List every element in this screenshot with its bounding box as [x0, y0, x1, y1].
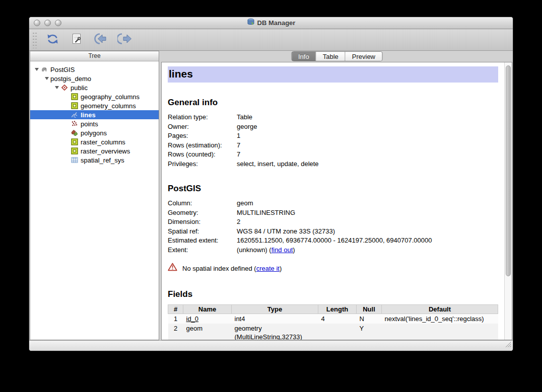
- fields-table: #NameTypeLengthNullDefault 1id_0int44Nne…: [168, 304, 498, 340]
- tab-info[interactable]: Info: [292, 52, 316, 61]
- info-value: 1620551.12500, 6936774.00000 - 1624197.2…: [237, 236, 498, 246]
- page-title: lines: [168, 66, 498, 83]
- tree-item-PostGIS[interactable]: PostGIS: [30, 65, 159, 74]
- refresh-button[interactable]: [42, 31, 62, 48]
- tree-item-spatial_ref_sys[interactable]: spatial_ref_sys: [30, 155, 159, 165]
- tree-item-points[interactable]: points: [30, 119, 159, 128]
- window-title-text: DB Manager: [257, 19, 296, 27]
- tree-item-geometry_columns[interactable]: geometry_columns: [30, 101, 159, 110]
- table-grid-icon: [71, 156, 79, 164]
- tree-item-label: raster_overviews: [81, 147, 130, 155]
- import-layer-icon: [93, 33, 109, 46]
- field-cell: nextval('lines_id_0_seq'::regclass): [382, 314, 498, 324]
- info-label: Spatial ref:: [168, 227, 237, 237]
- fields-table-header-row: #NameTypeLengthNullDefault: [168, 305, 498, 314]
- info-content: lines General info Relation type:TableOw…: [161, 62, 512, 340]
- tree-item-lines[interactable]: lines: [30, 110, 159, 119]
- tree-item-polygons[interactable]: polygons: [30, 128, 159, 137]
- disclosure-triangle: [63, 92, 71, 101]
- info-label: Dimension:: [168, 217, 237, 227]
- field-cell: [318, 324, 357, 340]
- close-button[interactable]: [34, 20, 40, 26]
- details-panel: InfoTablePreview lines General info Rela…: [161, 51, 512, 340]
- spatial-index-warning: No spatial index defined (create it): [168, 263, 498, 274]
- db-manager-window: DB Manager Tree PostGISpostgis_demopubli…: [29, 17, 513, 351]
- field-row-id_0: 1id_0int44Nnextval('lines_id_0_seq'::reg…: [168, 314, 498, 324]
- tree-item-label: geometry_columns: [81, 102, 136, 110]
- postgis-rows: Column:geomGeometry:MULTILINESTRINGDimen…: [168, 199, 498, 255]
- tab-control: InfoTablePreview: [291, 51, 382, 61]
- resize-grip-icon[interactable]: [505, 341, 512, 350]
- info-label: Pages:: [168, 131, 237, 141]
- disclosure-triangle[interactable]: [53, 83, 60, 92]
- fields-heading: Fields: [168, 289, 498, 299]
- info-label: Relation type:: [168, 113, 237, 122]
- find-out-link[interactable]: find out: [272, 246, 293, 254]
- tree-item-public[interactable]: public: [30, 83, 159, 92]
- title-bar[interactable]: DB Manager: [29, 17, 513, 29]
- scrollbar-thumb[interactable]: [506, 65, 511, 276]
- tree-panel: Tree PostGISpostgis_demopublicgeography_…: [30, 51, 159, 340]
- warning-text: No spatial index defined (create it): [182, 264, 282, 274]
- field-row-geom: 2geomgeometry (MultiLineString,32733)Y: [168, 324, 498, 340]
- tab-table[interactable]: Table: [316, 52, 346, 61]
- info-label: Estimated extent:: [168, 236, 237, 246]
- info-value: select, insert, update, delete: [237, 160, 498, 169]
- disclosure-triangle[interactable]: [43, 74, 50, 83]
- disclosure-triangle: [63, 101, 71, 110]
- tab-preview[interactable]: Preview: [346, 52, 382, 61]
- disclosure-triangle[interactable]: [33, 65, 40, 74]
- schema-diamond-icon: [60, 84, 69, 91]
- column-header-length: Length: [318, 305, 357, 314]
- column-header-null: Null: [357, 305, 382, 314]
- tree-item-label: polygons: [81, 129, 107, 137]
- disclosure-triangle: [63, 119, 71, 128]
- export-layer-button[interactable]: [115, 31, 135, 48]
- import-layer-button[interactable]: [91, 31, 111, 48]
- info-label: Column:: [168, 199, 237, 208]
- info-value: 7: [237, 150, 498, 160]
- field-cell: N: [357, 314, 382, 324]
- traffic-lights: [34, 20, 61, 26]
- toolbar-drag-handle[interactable]: [32, 31, 37, 48]
- sql-window-button[interactable]: [66, 31, 87, 48]
- main-area: Tree PostGISpostgis_demopublicgeography_…: [29, 51, 513, 340]
- tree-item-label: raster_columns: [81, 138, 125, 146]
- vertical-scrollbar[interactable]: [504, 62, 512, 340]
- info-label: Rows (estimation):: [168, 141, 237, 150]
- create-it-link[interactable]: create it: [256, 265, 280, 272]
- info-label: Privileges:: [168, 160, 237, 169]
- minimize-button[interactable]: [44, 20, 51, 26]
- refresh-icon: [46, 33, 59, 47]
- layer-square-icon: [71, 138, 79, 145]
- info-value: (unknown) (find out): [237, 246, 498, 255]
- field-cell: 2: [168, 324, 183, 340]
- window-title: DB Manager: [247, 18, 296, 28]
- tree-item-raster_columns[interactable]: raster_columns: [30, 137, 159, 146]
- tree-item-raster_overviews[interactable]: raster_overviews: [30, 146, 159, 155]
- column-header-default: Default: [382, 305, 498, 314]
- tree-item-label: geography_columns: [81, 93, 140, 101]
- column-header-name: Name: [183, 305, 232, 314]
- field-cell: geometry (MultiLineString,32733): [232, 324, 318, 340]
- tree-item-label: postgis_demo: [50, 75, 91, 83]
- tree-item-postgis_demo[interactable]: postgis_demo: [30, 74, 159, 83]
- tree-panel-header: Tree: [30, 51, 159, 61]
- tree-item-label: spatial_ref_sys: [81, 156, 124, 164]
- tree-item-geography_columns[interactable]: geography_columns: [30, 92, 159, 101]
- zoom-button[interactable]: [55, 20, 61, 26]
- field-cell: [382, 324, 498, 340]
- disclosure-triangle: [63, 128, 71, 137]
- info-label: Owner:: [168, 122, 237, 132]
- info-value: WGS 84 / UTM zone 33S (32733): [237, 227, 498, 237]
- postgis-heading: PostGIS: [168, 184, 498, 194]
- fields-table-body: 1id_0int44Nnextval('lines_id_0_seq'::reg…: [168, 314, 498, 340]
- info-value: 1: [237, 131, 498, 141]
- polygon-geometry-icon: [71, 129, 79, 136]
- tree-item-label: lines: [81, 111, 96, 119]
- tree-list: PostGISpostgis_demopublicgeography_colum…: [30, 61, 159, 165]
- info-value: 7: [237, 141, 498, 150]
- info-document: lines General info Relation type:TableOw…: [162, 62, 504, 340]
- info-value: geom: [237, 199, 498, 208]
- field-cell: id_0: [183, 314, 232, 324]
